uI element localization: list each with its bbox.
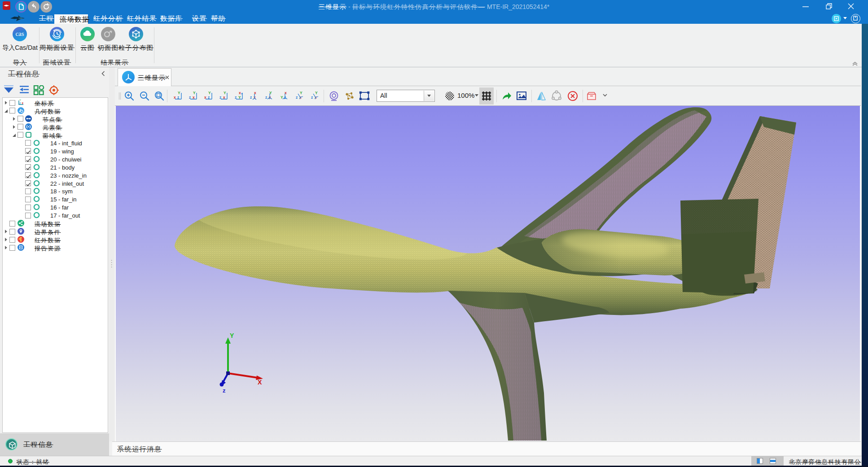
svg-text:z: z [296, 95, 298, 100]
svg-text:X: X [258, 379, 262, 386]
svg-text:z: z [223, 387, 226, 394]
svg-text:z: z [311, 95, 313, 100]
svg-text:x: x [22, 101, 23, 105]
svg-text:Y: Y [300, 91, 302, 95]
svg-text:Y: Y [178, 91, 180, 95]
svg-text:Y: Y [193, 91, 196, 95]
svg-text:z: z [250, 95, 252, 100]
svg-text:z: z [265, 95, 267, 100]
svg-text:z: z [19, 101, 21, 105]
svg-text:Y: Y [230, 332, 234, 339]
svg-text:Y: Y [315, 91, 318, 95]
svg-text:x: x [239, 91, 241, 95]
svg-text:Y: Y [224, 91, 226, 95]
svg-text:Y: Y [208, 91, 211, 95]
